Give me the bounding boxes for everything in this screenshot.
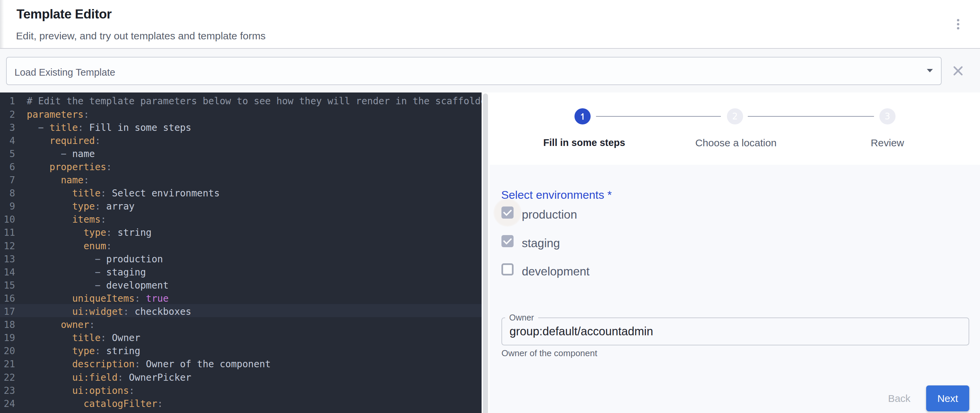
editor-line[interactable]: 10 items: xyxy=(0,213,482,226)
editor-line[interactable]: 9 type: array xyxy=(0,200,482,213)
editor-line-number: 10 xyxy=(0,213,15,226)
editor-line-number: 13 xyxy=(0,253,15,266)
editor-line-code: parameters: xyxy=(27,108,89,121)
editor-line[interactable]: 3 − title: Fill in some steps xyxy=(0,121,482,134)
step-label-3: Review xyxy=(813,137,961,149)
editor-line[interactable]: 4 required: xyxy=(0,134,482,147)
editor-line[interactable]: 19 title: Owner xyxy=(0,331,482,345)
checkbox-label-staging[interactable]: staging xyxy=(522,237,560,250)
editor-line-number: 11 xyxy=(0,226,15,239)
editor-line-code: enum: xyxy=(27,240,112,253)
editor-line-code: uniqueItems: true xyxy=(27,292,169,305)
editor-line[interactable]: 22 ui:field: OwnerPicker xyxy=(0,371,482,384)
editor-line[interactable]: 8 title: Select environments xyxy=(0,187,482,200)
editor-line[interactable]: 18 owner: xyxy=(0,318,482,331)
editor-line-code: items: xyxy=(27,213,107,226)
editor-line-number: 21 xyxy=(0,357,15,371)
owner-field-input[interactable]: group:default/accountadmin xyxy=(509,318,961,345)
editor-line[interactable]: 20 type: string xyxy=(0,345,482,357)
editor-line[interactable]: 2parameters: xyxy=(0,108,482,121)
load-existing-template-select[interactable]: Load Existing Template xyxy=(6,57,942,86)
editor-line[interactable]: 16 uniqueItems: true xyxy=(0,292,482,305)
editor-line-number: 6 xyxy=(0,160,15,173)
select-dropdown-arrow-icon[interactable] xyxy=(927,69,933,72)
editor-line-code: title: Owner xyxy=(27,331,140,345)
editor-line-code: type: string xyxy=(27,226,152,239)
step-circle-3[interactable]: 3 xyxy=(880,108,896,124)
owner-field-helper-text: Owner of the component xyxy=(501,348,597,359)
editor-line-code: type: string xyxy=(27,345,140,357)
editor-line-number: 4 xyxy=(0,134,15,147)
editor-line-number: 14 xyxy=(0,266,15,279)
editor-line-code: − development xyxy=(27,279,169,292)
editor-line-code: title: Select environments xyxy=(27,187,220,200)
editor-line[interactable]: 24 catalogFilter: xyxy=(0,397,482,410)
checkbox-development[interactable] xyxy=(501,263,514,275)
editor-line-number: 17 xyxy=(0,305,15,318)
editor-line-number: 15 xyxy=(0,279,15,292)
editor-line-number: 7 xyxy=(0,173,15,187)
editor-line[interactable]: 5 − name xyxy=(0,147,482,160)
step-circle-2[interactable]: 2 xyxy=(727,108,743,124)
editor-line-number: 23 xyxy=(0,384,15,397)
editor-line[interactable]: 15 − development xyxy=(0,279,482,292)
checkbox-production[interactable] xyxy=(501,206,514,219)
editor-line[interactable]: 11 type: string xyxy=(0,226,482,239)
checkbox-checked-icon xyxy=(501,206,514,219)
kebab-menu-icon xyxy=(950,16,966,32)
editor-line-number: 9 xyxy=(0,200,15,213)
more-options-button[interactable] xyxy=(950,16,966,32)
select-environments-text: Select environments xyxy=(501,188,604,201)
editor-line[interactable]: 6 properties: xyxy=(0,160,482,173)
step-circle-1[interactable] xyxy=(574,108,590,124)
editor-line-code: properties: xyxy=(27,160,112,173)
editor-line-code: required: xyxy=(27,134,100,147)
editor-line[interactable]: 21 description: Owner of the component xyxy=(0,357,482,371)
editor-line-code: name: xyxy=(27,173,89,187)
editor-line[interactable]: 12 enum: xyxy=(0,240,482,253)
editor-line-code: type: array xyxy=(27,200,135,213)
editor-line-number: 3 xyxy=(0,121,15,134)
checkbox-checked-icon xyxy=(501,235,514,247)
checkbox-staging[interactable] xyxy=(501,235,514,247)
editor-line[interactable]: 13 − production xyxy=(0,253,482,266)
editor-line-code: ui:field: OwnerPicker xyxy=(27,371,191,384)
select-environments-label: Select environments * xyxy=(501,188,612,202)
editor-line-code: ui:options: xyxy=(27,384,135,397)
editor-line[interactable]: 23 ui:options: xyxy=(0,384,482,397)
page-subtitle: Edit, preview, and try out templates and… xyxy=(16,30,266,42)
editor-line-number: 12 xyxy=(0,240,15,253)
pane-resize-handle[interactable] xyxy=(483,94,488,413)
editor-line[interactable]: 7 name: xyxy=(0,173,482,187)
editor-line-number: 20 xyxy=(0,345,15,357)
clear-template-button[interactable] xyxy=(951,64,966,78)
editor-line-code: ui:widget: checkboxes xyxy=(27,305,191,318)
editor-line-code: description: Owner of the component xyxy=(27,357,271,371)
editor-line-code: − production xyxy=(27,253,163,266)
back-button[interactable]: Back xyxy=(880,386,918,411)
page-title: Template Editor xyxy=(16,6,112,22)
checkbox-label-development[interactable]: development xyxy=(522,265,590,278)
editor-line-number: 2 xyxy=(0,108,15,121)
checkbox-unchecked-icon xyxy=(501,263,514,275)
editor-line-code: catalogFilter: xyxy=(27,397,163,410)
editor-line-code: owner: xyxy=(27,318,95,331)
next-button[interactable]: Next xyxy=(926,385,969,411)
editor-line-number: 1 xyxy=(0,95,15,108)
left-edge-shadow xyxy=(0,0,4,48)
checkbox-label-production[interactable]: production xyxy=(522,208,577,221)
required-asterisk: * xyxy=(608,188,612,201)
editor-line-code: − staging xyxy=(27,266,146,279)
editor-line[interactable]: 17 ui:widget: checkboxes xyxy=(0,305,482,318)
template-editor-app: Template Editor Edit, preview, and try o… xyxy=(0,0,980,413)
step-number-glyph xyxy=(574,108,590,124)
step-label-1: Fill in some steps xyxy=(510,137,658,148)
yaml-code-editor[interactable]: 1# Edit the template parameters below to… xyxy=(0,92,482,413)
step-label-2: Choose a location xyxy=(662,137,810,149)
editor-line[interactable]: 1# Edit the template parameters below to… xyxy=(0,95,482,108)
editor-line-number: 16 xyxy=(0,292,15,305)
editor-line-number: 24 xyxy=(0,397,15,410)
editor-line[interactable]: 14 − staging xyxy=(0,266,482,279)
editor-line-code: # Edit the template parameters below to … xyxy=(27,95,482,108)
close-icon xyxy=(951,64,966,78)
